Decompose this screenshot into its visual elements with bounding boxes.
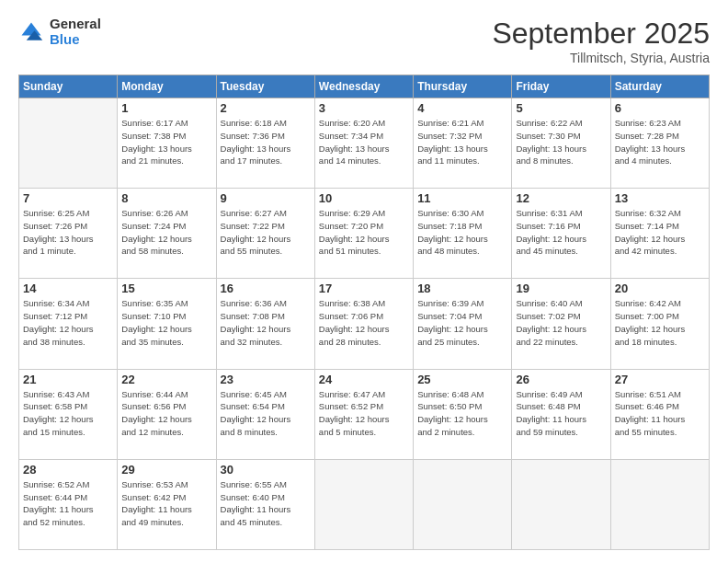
day-info: Sunrise: 6:25 AM Sunset: 7:26 PM Dayligh… (23, 207, 113, 258)
table-row: 1Sunrise: 6:17 AM Sunset: 7:38 PM Daylig… (118, 98, 216, 189)
day-info: Sunrise: 6:31 AM Sunset: 7:16 PM Dayligh… (516, 207, 606, 258)
day-number: 29 (121, 463, 211, 477)
day-info: Sunrise: 6:22 AM Sunset: 7:30 PM Dayligh… (516, 117, 606, 167)
table-row: 15Sunrise: 6:35 AM Sunset: 7:10 PM Dayli… (118, 279, 216, 369)
month-title: September 2025 (492, 17, 710, 51)
table-row: 3Sunrise: 6:20 AM Sunset: 7:34 PM Daylig… (314, 98, 413, 189)
table-row: 5Sunrise: 6:22 AM Sunset: 7:30 PM Daylig… (512, 98, 610, 189)
table-row: 25Sunrise: 6:48 AM Sunset: 6:50 PM Dayli… (414, 369, 512, 459)
table-row: 28Sunrise: 6:52 AM Sunset: 6:44 PM Dayli… (19, 459, 118, 549)
day-number: 11 (417, 191, 507, 205)
logo-icon (18, 19, 44, 45)
day-number: 30 (221, 463, 311, 477)
day-info: Sunrise: 6:21 AM Sunset: 7:32 PM Dayligh… (417, 117, 507, 167)
table-row: 18Sunrise: 6:39 AM Sunset: 7:04 PM Dayli… (414, 279, 512, 369)
header-sunday: Sunday (19, 75, 118, 98)
svg-marker-0 (22, 22, 41, 35)
calendar-week-row: 7Sunrise: 6:25 AM Sunset: 7:26 PM Daylig… (19, 189, 710, 279)
table-row: 10Sunrise: 6:29 AM Sunset: 7:20 PM Dayli… (314, 189, 413, 279)
day-number: 18 (417, 282, 507, 295)
header-saturday: Saturday (610, 75, 709, 98)
day-number: 23 (221, 373, 311, 386)
day-number: 14 (23, 282, 113, 295)
day-info: Sunrise: 6:23 AM Sunset: 7:28 PM Dayligh… (615, 117, 705, 167)
day-info: Sunrise: 6:27 AM Sunset: 7:22 PM Dayligh… (221, 207, 311, 258)
table-row: 9Sunrise: 6:27 AM Sunset: 7:22 PM Daylig… (216, 189, 314, 279)
table-row: 11Sunrise: 6:30 AM Sunset: 7:18 PM Dayli… (414, 189, 512, 279)
day-number: 10 (319, 191, 409, 205)
day-number: 13 (615, 191, 705, 205)
day-info: Sunrise: 6:55 AM Sunset: 6:40 PM Dayligh… (221, 478, 311, 529)
day-number: 16 (221, 282, 311, 295)
table-row (414, 459, 512, 549)
table-row: 29Sunrise: 6:53 AM Sunset: 6:42 PM Dayli… (118, 459, 216, 549)
logo: General Blue (18, 17, 101, 47)
header-friday: Friday (512, 75, 610, 98)
day-info: Sunrise: 6:39 AM Sunset: 7:04 PM Dayligh… (417, 297, 507, 348)
header: General Blue September 2025 Tillmitsch, … (18, 17, 710, 65)
title-block: September 2025 Tillmitsch, Styria, Austr… (492, 17, 710, 65)
table-row: 12Sunrise: 6:31 AM Sunset: 7:16 PM Dayli… (512, 189, 610, 279)
logo-blue-text: Blue (50, 32, 101, 48)
calendar: Sunday Monday Tuesday Wednesday Thursday… (18, 75, 710, 550)
day-number: 9 (221, 191, 311, 205)
calendar-week-row: 21Sunrise: 6:43 AM Sunset: 6:58 PM Dayli… (19, 369, 710, 459)
table-row: 16Sunrise: 6:36 AM Sunset: 7:08 PM Dayli… (216, 279, 314, 369)
day-number: 20 (615, 282, 705, 295)
day-number: 1 (121, 101, 211, 115)
table-row: 26Sunrise: 6:49 AM Sunset: 6:48 PM Dayli… (512, 369, 610, 459)
header-monday: Monday (118, 75, 216, 98)
header-wednesday: Wednesday (314, 75, 413, 98)
day-info: Sunrise: 6:34 AM Sunset: 7:12 PM Dayligh… (23, 297, 113, 348)
day-info: Sunrise: 6:36 AM Sunset: 7:08 PM Dayligh… (221, 297, 311, 348)
table-row: 19Sunrise: 6:40 AM Sunset: 7:02 PM Dayli… (512, 279, 610, 369)
day-number: 26 (516, 373, 606, 386)
table-row: 22Sunrise: 6:44 AM Sunset: 6:56 PM Dayli… (118, 369, 216, 459)
day-info: Sunrise: 6:18 AM Sunset: 7:36 PM Dayligh… (221, 117, 311, 167)
day-info: Sunrise: 6:43 AM Sunset: 6:58 PM Dayligh… (23, 388, 113, 439)
day-info: Sunrise: 6:26 AM Sunset: 7:24 PM Dayligh… (121, 207, 211, 258)
day-info: Sunrise: 6:49 AM Sunset: 6:48 PM Dayligh… (516, 388, 606, 439)
table-row (19, 98, 118, 189)
table-row: 30Sunrise: 6:55 AM Sunset: 6:40 PM Dayli… (216, 459, 314, 549)
day-info: Sunrise: 6:35 AM Sunset: 7:10 PM Dayligh… (121, 297, 211, 348)
table-row: 2Sunrise: 6:18 AM Sunset: 7:36 PM Daylig… (216, 98, 314, 189)
day-info: Sunrise: 6:17 AM Sunset: 7:38 PM Dayligh… (121, 117, 211, 167)
day-info: Sunrise: 6:52 AM Sunset: 6:44 PM Dayligh… (23, 478, 113, 529)
table-row: 20Sunrise: 6:42 AM Sunset: 7:00 PM Dayli… (610, 279, 709, 369)
day-number: 25 (417, 373, 507, 386)
day-info: Sunrise: 6:40 AM Sunset: 7:02 PM Dayligh… (516, 297, 606, 348)
table-row: 17Sunrise: 6:38 AM Sunset: 7:06 PM Dayli… (314, 279, 413, 369)
day-info: Sunrise: 6:32 AM Sunset: 7:14 PM Dayligh… (615, 207, 705, 258)
day-number: 12 (516, 191, 606, 205)
day-info: Sunrise: 6:45 AM Sunset: 6:54 PM Dayligh… (221, 388, 311, 439)
table-row: 6Sunrise: 6:23 AM Sunset: 7:28 PM Daylig… (610, 98, 709, 189)
table-row: 7Sunrise: 6:25 AM Sunset: 7:26 PM Daylig… (19, 189, 118, 279)
day-number: 3 (319, 101, 409, 115)
calendar-week-row: 28Sunrise: 6:52 AM Sunset: 6:44 PM Dayli… (19, 459, 710, 549)
day-info: Sunrise: 6:42 AM Sunset: 7:00 PM Dayligh… (615, 297, 705, 348)
day-number: 7 (23, 191, 113, 205)
day-number: 22 (121, 373, 211, 386)
day-info: Sunrise: 6:30 AM Sunset: 7:18 PM Dayligh… (417, 207, 507, 258)
day-number: 28 (23, 463, 113, 477)
table-row: 23Sunrise: 6:45 AM Sunset: 6:54 PM Dayli… (216, 369, 314, 459)
logo-general-text: General (50, 17, 101, 32)
day-number: 5 (516, 101, 606, 115)
day-number: 21 (23, 373, 113, 386)
calendar-week-row: 1Sunrise: 6:17 AM Sunset: 7:38 PM Daylig… (19, 98, 710, 189)
table-row (512, 459, 610, 549)
weekday-header-row: Sunday Monday Tuesday Wednesday Thursday… (19, 75, 710, 98)
day-number: 17 (319, 282, 409, 295)
location-subtitle: Tillmitsch, Styria, Austria (492, 51, 710, 65)
table-row (314, 459, 413, 549)
day-info: Sunrise: 6:38 AM Sunset: 7:06 PM Dayligh… (319, 297, 409, 348)
table-row: 21Sunrise: 6:43 AM Sunset: 6:58 PM Dayli… (19, 369, 118, 459)
day-number: 19 (516, 282, 606, 295)
day-info: Sunrise: 6:44 AM Sunset: 6:56 PM Dayligh… (121, 388, 211, 439)
day-info: Sunrise: 6:48 AM Sunset: 6:50 PM Dayligh… (417, 388, 507, 439)
table-row: 24Sunrise: 6:47 AM Sunset: 6:52 PM Dayli… (314, 369, 413, 459)
table-row: 4Sunrise: 6:21 AM Sunset: 7:32 PM Daylig… (414, 98, 512, 189)
day-info: Sunrise: 6:51 AM Sunset: 6:46 PM Dayligh… (615, 388, 705, 439)
day-number: 4 (417, 101, 507, 115)
